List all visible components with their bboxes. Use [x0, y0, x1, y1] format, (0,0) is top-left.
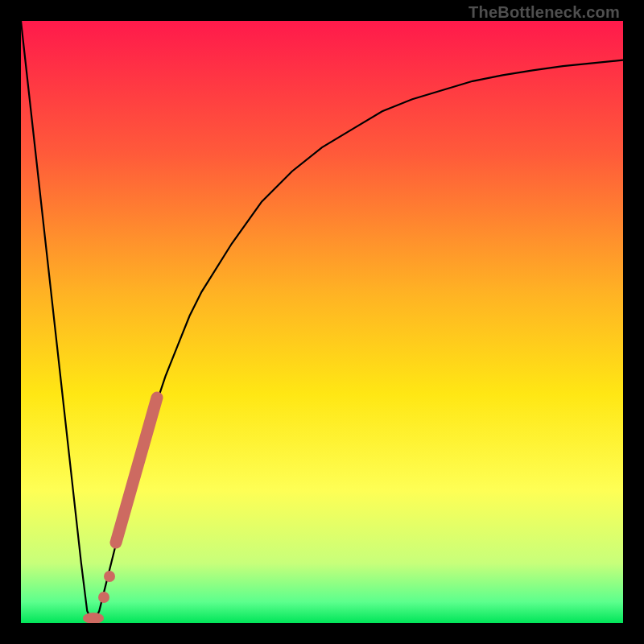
- watermark-text: TheBottleneck.com: [469, 3, 620, 22]
- marker-dot-1: [104, 571, 115, 582]
- plot-area: [21, 21, 623, 623]
- gradient-background: [21, 21, 623, 623]
- chart-svg: [21, 21, 623, 623]
- chart-frame: TheBottleneck.com: [0, 0, 644, 644]
- marker-dot-2: [98, 592, 109, 603]
